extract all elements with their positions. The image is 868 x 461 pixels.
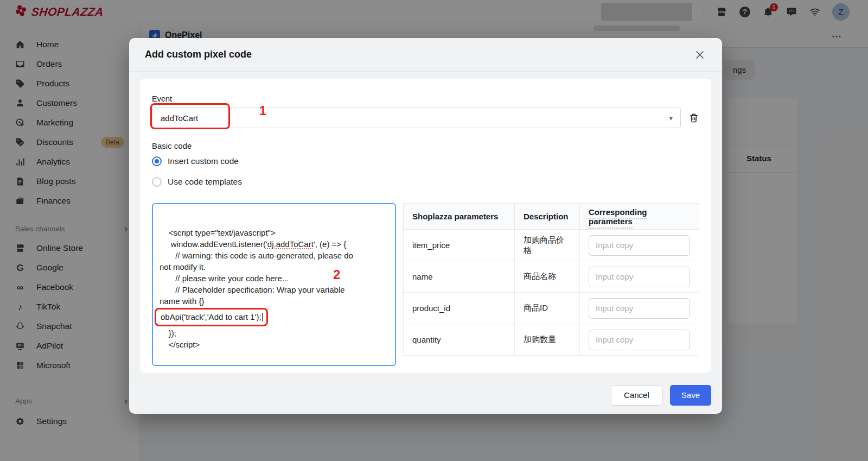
- add-custom-pixel-code-modal: Add custom pixel code Event addToCart ▾ …: [129, 38, 722, 414]
- basic-code-radios: Insert custom codeUse code templates: [152, 151, 699, 192]
- modal-body: Event addToCart ▾ 1 Basic code Insert cu…: [129, 72, 722, 376]
- custom-code-editor[interactable]: <script type="text/javascript"> window.a…: [152, 203, 396, 366]
- event-select-value: addToCart: [161, 113, 198, 123]
- chevron-down-icon: ▾: [669, 114, 673, 122]
- param-input-cell: [580, 324, 699, 356]
- table-row-quantity: quantity加购数量: [404, 324, 699, 356]
- param-description: 加购数量: [515, 324, 580, 356]
- param-name: product_id: [404, 293, 515, 324]
- parameters-table: Shoplazza parametersDescriptionCorrespon…: [403, 203, 699, 356]
- corresponding-parameter-input[interactable]: [589, 330, 690, 350]
- table-row-name: name商品名称: [404, 261, 699, 293]
- param-input-cell: [580, 230, 699, 261]
- table-row-item-price: item_price加购商品价格: [404, 230, 699, 261]
- text-cursor: [262, 313, 263, 321]
- misspelled-token: dj.addToCart: [267, 239, 314, 249]
- code-text: ', (e) => { // warning: this code is aut…: [159, 239, 353, 306]
- parameters-table-wrap: Shoplazza parametersDescriptionCorrespon…: [403, 203, 699, 359]
- annotated-code-line: obApi('track','Add to cart 1');: [155, 308, 268, 326]
- param-description: 商品ID: [515, 293, 580, 324]
- corresponding-parameter-input[interactable]: [589, 298, 690, 319]
- radio-label: Insert custom code: [168, 156, 239, 166]
- radio-unselected-icon[interactable]: [152, 177, 162, 187]
- basic-code-label: Basic code: [152, 141, 699, 150]
- param-name: name: [404, 261, 515, 293]
- code-text: <script type="text/javascript"> window.a…: [159, 228, 276, 249]
- editor-row: <script type="text/javascript"> window.a…: [152, 203, 699, 366]
- table-header-description: Description: [515, 204, 580, 230]
- radio-label: Use code templates: [168, 177, 242, 187]
- code-text: }); </script>: [159, 329, 200, 349]
- param-description: 商品名称: [515, 261, 580, 293]
- radio-insert-custom-code[interactable]: Insert custom code: [152, 151, 699, 171]
- event-label: Event: [152, 94, 699, 103]
- modal-title: Add custom pixel code: [145, 49, 252, 60]
- modal-header: Add custom pixel code: [129, 38, 722, 72]
- param-description: 加购商品价格: [515, 230, 580, 261]
- radio-use-code-templates[interactable]: Use code templates: [152, 172, 699, 192]
- param-name: item_price: [404, 230, 515, 261]
- table-header-corresponding-parameters[interactable]: Corresponding parameters: [580, 204, 699, 230]
- param-input-cell: [580, 261, 699, 293]
- save-button[interactable]: Save: [670, 385, 711, 406]
- event-select[interactable]: addToCart ▾: [152, 108, 681, 128]
- modal-footer: Cancel Save: [129, 376, 722, 414]
- param-input-cell: [580, 293, 699, 324]
- event-row: addToCart ▾ 1: [152, 108, 699, 128]
- delete-event-trash-icon[interactable]: [688, 112, 699, 123]
- modal-panel: Event addToCart ▾ 1 Basic code Insert cu…: [140, 79, 711, 372]
- table-header-shoplazza-parameters: Shoplazza parameters: [404, 204, 515, 230]
- param-name: quantity: [404, 324, 515, 356]
- radio-selected-icon[interactable]: [152, 156, 162, 166]
- close-icon[interactable]: [693, 48, 706, 61]
- table-row-product-id: product_id商品ID: [404, 293, 699, 324]
- cancel-button[interactable]: Cancel: [611, 385, 662, 406]
- corresponding-parameter-input[interactable]: [589, 267, 690, 287]
- corresponding-parameter-input[interactable]: [589, 235, 690, 256]
